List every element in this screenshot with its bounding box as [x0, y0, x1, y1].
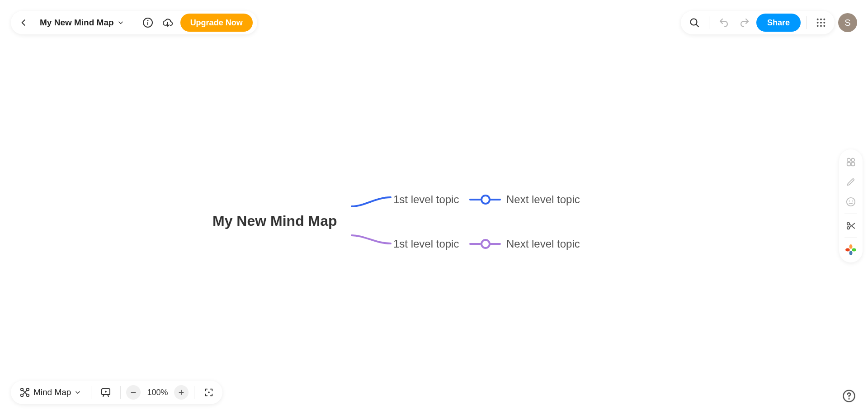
view-mode-label: Mind Map	[33, 387, 71, 397]
divider	[194, 386, 194, 399]
theme-tool-button[interactable]	[843, 242, 859, 258]
top-right-pill: Share	[681, 11, 835, 34]
user-avatar[interactable]: S	[838, 13, 857, 32]
apps-grid-icon	[816, 18, 826, 28]
undo-icon	[718, 17, 729, 28]
divider	[709, 16, 709, 29]
cut-tool-button[interactable]	[843, 218, 859, 234]
redo-button[interactable]	[736, 14, 754, 31]
svg-rect-23	[851, 162, 854, 166]
branch-connector-icon	[351, 234, 392, 247]
svg-line-29	[849, 224, 854, 228]
svg-line-30	[849, 224, 854, 228]
document-title-text: My New Mind Map	[40, 18, 114, 28]
shapes-tool-button[interactable]	[843, 154, 859, 170]
download-button[interactable]	[159, 14, 177, 31]
svg-point-35	[850, 249, 852, 251]
document-title-dropdown[interactable]: My New Mind Map	[34, 18, 129, 28]
info-icon	[142, 17, 153, 28]
svg-point-25	[849, 200, 850, 201]
svg-point-33	[849, 251, 853, 255]
svg-point-48	[208, 391, 210, 393]
top-right-toolbar: Share S	[681, 11, 857, 34]
zoom-out-button[interactable]	[126, 385, 141, 400]
svg-point-24	[847, 198, 855, 206]
svg-point-16	[823, 22, 825, 24]
view-mode-dropdown[interactable]: Mind Map	[15, 387, 85, 397]
search-icon	[689, 17, 700, 28]
svg-point-18	[820, 25, 822, 27]
svg-point-32	[852, 248, 856, 252]
share-label: Share	[767, 18, 790, 28]
svg-rect-22	[847, 162, 850, 166]
branch-2-child-topic[interactable]: Next level topic	[506, 238, 580, 250]
divider	[91, 386, 91, 399]
bottom-left-toolbar: Mind Map 100%	[11, 381, 222, 404]
svg-point-17	[817, 25, 819, 27]
branch-connector-node-icon	[469, 238, 501, 250]
svg-point-31	[849, 244, 853, 249]
branch-connector-node-icon	[469, 194, 501, 205]
svg-point-26	[852, 200, 853, 201]
cloud-download-icon	[162, 17, 173, 28]
svg-point-15	[820, 22, 822, 24]
minus-icon	[130, 389, 137, 396]
search-button[interactable]	[685, 14, 703, 31]
undo-button[interactable]	[715, 14, 733, 31]
scissors-icon	[846, 221, 856, 231]
svg-point-11	[817, 19, 819, 20]
avatar-initial: S	[844, 18, 850, 28]
back-button[interactable]	[14, 14, 33, 31]
pen-icon	[846, 177, 856, 187]
pen-tool-button[interactable]	[843, 174, 859, 190]
help-button[interactable]	[841, 388, 857, 404]
branch-1-child-topic[interactable]: Next level topic	[506, 193, 580, 206]
svg-point-1	[481, 196, 490, 204]
upgrade-label: Upgrade Now	[190, 18, 243, 28]
chevron-left-icon	[19, 18, 28, 27]
divider	[844, 214, 857, 214]
redo-icon	[739, 17, 750, 28]
mindmap-canvas[interactable]: My New Mind Map 1st level topic Next lev…	[0, 0, 868, 415]
svg-point-27	[847, 223, 850, 225]
zoom-in-button[interactable]	[174, 385, 189, 400]
apps-menu-button[interactable]	[812, 14, 830, 32]
svg-point-34	[845, 248, 850, 252]
help-icon	[842, 389, 856, 403]
fit-screen-button[interactable]	[200, 384, 218, 401]
chevron-down-icon	[75, 389, 81, 396]
svg-line-10	[696, 24, 698, 27]
divider	[120, 386, 121, 399]
divider	[134, 16, 134, 29]
branch-1-topic[interactable]: 1st level topic	[393, 193, 459, 206]
right-side-toolbar	[839, 149, 863, 262]
fit-screen-icon	[204, 387, 214, 397]
zoom-controls: 100%	[126, 385, 189, 400]
zoom-level[interactable]: 100%	[142, 388, 172, 397]
divider	[844, 238, 857, 238]
presentation-icon	[100, 387, 111, 398]
emoji-icon	[846, 197, 856, 207]
svg-point-50	[848, 398, 849, 400]
plus-icon	[178, 389, 184, 396]
svg-point-4	[481, 240, 490, 248]
svg-rect-8	[147, 22, 148, 25]
svg-point-14	[817, 22, 819, 24]
svg-point-28	[847, 227, 850, 229]
presentation-button[interactable]	[97, 384, 115, 401]
info-button[interactable]	[139, 14, 157, 31]
branch-2-topic[interactable]: 1st level topic	[393, 238, 459, 250]
top-left-toolbar: My New Mind Map Upgrade Now	[11, 11, 257, 34]
branch-connector-icon	[351, 195, 392, 208]
svg-point-13	[823, 19, 825, 20]
mindmap-icon	[20, 387, 30, 397]
svg-point-21	[851, 158, 854, 162]
flower-icon	[845, 244, 856, 255]
mindmap-root-topic[interactable]: My New Mind Map	[212, 213, 337, 229]
svg-point-19	[823, 25, 825, 27]
share-button[interactable]: Share	[756, 14, 801, 32]
svg-point-20	[847, 158, 850, 162]
upgrade-button[interactable]: Upgrade Now	[180, 14, 253, 32]
divider	[806, 16, 807, 29]
emoji-tool-button[interactable]	[843, 194, 859, 210]
